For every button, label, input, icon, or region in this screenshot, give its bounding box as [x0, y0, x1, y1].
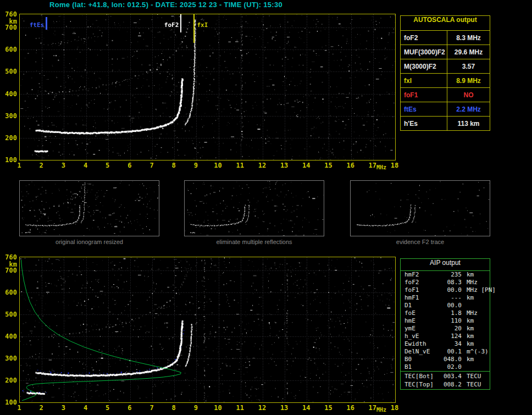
aip-row: TEC[Bot]003.4TECU — [401, 372, 490, 380]
aip-row-value: 34 — [439, 340, 462, 348]
aip-row-value: 02.0 — [439, 363, 462, 371]
fxI-marker-label: fxI — [197, 21, 208, 29]
aip-table-title: AIP output — [401, 259, 490, 271]
x-tick-label: 7 — [147, 162, 157, 169]
aip-output-table: AIP output hmF2235kmfoF208.3MHzfoF100.0M… — [400, 258, 490, 390]
aip-row: foF208.3MHz — [401, 279, 490, 286]
x-tick-label: 2 — [36, 404, 46, 412]
x-tick-label: 8 — [169, 162, 179, 169]
aip-row-label: ymE — [404, 325, 439, 333]
x-tick-label: 6 — [125, 404, 135, 412]
aip-tec-rows: TEC[Bot]003.4TECUTEC[Top]008.2TECU — [401, 371, 490, 389]
autoscala-row-label: foF1 — [401, 88, 447, 102]
aip-row-label: hmF1 — [404, 294, 439, 302]
aip-row-label: hmF2 — [404, 271, 439, 279]
aip-row-label: foF1 — [404, 286, 439, 294]
aip-row-value: 048.0 — [439, 356, 462, 363]
foF2-marker-line — [180, 14, 181, 32]
autoscala-table-rows: foF28.3 MHzMUF(3000)F229.6 MHzM(3000)F23… — [401, 30, 490, 130]
x-tick-label: 1 — [14, 162, 24, 169]
thumbnail-caption-no-multiples: eliminate multiple reflections — [184, 239, 324, 245]
x-tick-label: 4 — [81, 162, 91, 169]
aip-row-value: 00.0 — [439, 286, 462, 294]
x-tick-label: 10 — [213, 162, 223, 169]
autoscala-row: MUF(3000)F229.6 MHz — [401, 45, 490, 59]
thumbnail-f2-trace — [350, 180, 490, 236]
x-tick-label: 15 — [323, 162, 333, 169]
thumbnail-no-multiples — [184, 180, 324, 236]
autoscala-row-label: MUF(3000)F2 — [401, 45, 447, 59]
x-tick-label: 2 — [36, 162, 46, 169]
autoscala-row-value: 2.2 MHz — [447, 102, 490, 116]
x-tick-label: 18 — [390, 404, 400, 412]
x-tick-label: 5 — [103, 162, 113, 169]
restored-ionogram-plot — [19, 257, 396, 403]
aip-row-label: TEC[Bot] — [404, 372, 439, 380]
y-tick-label: 760 — [2, 253, 17, 261]
x-axis-unit: MHz — [376, 407, 386, 413]
x-tick-label: 13 — [279, 404, 289, 412]
aip-row: ymE20km — [401, 325, 490, 333]
aip-row-value: 008.2 — [439, 380, 462, 389]
aip-row-value: 124 — [439, 333, 462, 340]
aip-row-label: D1 — [404, 302, 439, 309]
x-tick-label: 3 — [58, 404, 68, 412]
scaled-ionogram-canvas — [20, 14, 395, 160]
aip-row: Ewidth34km — [401, 340, 490, 348]
autoscala-output-table: AUTOSCALA output foF28.3 MHzMUF(3000)F22… — [400, 15, 490, 131]
aip-row-unit: m^(-3) — [462, 348, 490, 356]
aip-row-unit: TECU — [462, 380, 490, 389]
x-tick-label: 11 — [235, 404, 245, 412]
thumbnail-original-ionogram — [19, 180, 159, 236]
x-tick-label: 5 — [103, 404, 113, 412]
aip-row-label: B1 — [404, 363, 439, 371]
aip-row-value: 08.3 — [439, 279, 462, 286]
aip-row: foE1.8MHz — [401, 309, 490, 317]
x-tick-label: 8 — [169, 404, 179, 412]
x-tick-label: 6 — [125, 162, 135, 169]
autoscala-row-value: 8.3 MHz — [447, 31, 490, 45]
aip-row-value: 00.1 — [439, 348, 462, 356]
autoscala-row-label: fxI — [401, 74, 447, 87]
autoscala-window: Rome (lat: +41.8, lon: 012.5) - DATE: 20… — [0, 0, 532, 415]
aip-row-label: TEC[Top] — [404, 380, 439, 389]
autoscala-row: foF1NO — [401, 87, 490, 102]
x-tick-label: 14 — [301, 404, 311, 412]
thumbnail-caption-f2-trace: evidence F2 trace — [350, 239, 490, 245]
y-tick-label: 760 — [2, 10, 17, 18]
aip-row-unit: km — [462, 333, 490, 340]
aip-row-value: --- — [439, 294, 462, 302]
aip-table-rows: hmF2235kmfoF208.3MHzfoF100.0MHz [PN]hmF1… — [401, 271, 490, 371]
autoscala-row-label: foF2 — [401, 31, 447, 45]
x-tick-label: 1 — [14, 404, 24, 412]
y-tick-label: 200 — [2, 377, 17, 384]
x-tick-label: 15 — [323, 404, 333, 412]
aip-row-unit: km — [462, 317, 490, 325]
x-tick-label: 18 — [390, 162, 400, 169]
x-tick-label: 9 — [191, 162, 201, 169]
aip-row-value: 003.4 — [439, 372, 462, 380]
aip-row-value: 110 — [439, 317, 462, 325]
autoscala-row: M(3000)F23.57 — [401, 59, 490, 73]
aip-row: TEC[Top]008.2TECU — [401, 380, 490, 389]
aip-row: B0048.0km — [401, 356, 490, 363]
aip-row-label: h_vE — [404, 333, 439, 340]
aip-row: hmF1---km — [401, 294, 490, 302]
aip-row-value: 235 — [439, 271, 462, 279]
thumbnail-caption-original: original ionogram resized — [19, 239, 159, 245]
x-tick-label: 4 — [81, 404, 91, 412]
y-axis-unit: km — [2, 261, 17, 268]
y-tick-label: 500 — [2, 311, 17, 318]
aip-row-label: B0 — [404, 356, 439, 363]
y-tick-label: 400 — [2, 90, 17, 98]
station-title: Rome (lat: +41.8, lon: 012.5) - DATE: 20… — [49, 1, 282, 9]
y-tick-label: 300 — [2, 355, 17, 362]
x-tick-label: 10 — [213, 404, 223, 412]
autoscala-row-value: 113 km — [447, 117, 490, 130]
y-tick-label: 500 — [2, 68, 17, 75]
aip-row: hmF2235km — [401, 271, 490, 279]
x-axis-unit: MHz — [376, 164, 386, 170]
aip-row: B102.0 — [401, 363, 490, 371]
autoscala-row-value: NO — [447, 88, 490, 102]
aip-row-unit: km — [462, 340, 490, 348]
